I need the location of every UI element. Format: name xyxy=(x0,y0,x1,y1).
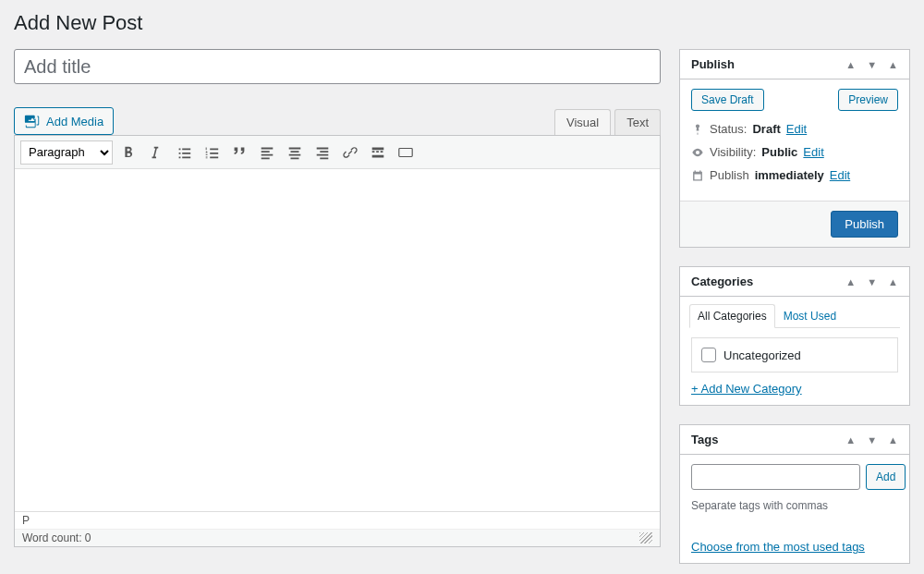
bold-button[interactable] xyxy=(116,140,140,165)
italic-icon xyxy=(148,144,164,161)
category-checkbox[interactable] xyxy=(701,348,716,362)
visibility-label: Visibility: xyxy=(710,145,756,159)
content-editor[interactable] xyxy=(15,169,660,511)
move-up-icon[interactable]: ▲ xyxy=(845,59,856,70)
align-right-icon xyxy=(314,144,331,161)
schedule-value: immediately xyxy=(755,168,824,182)
page-title: Add New Post xyxy=(14,11,910,35)
edit-status-link[interactable]: Edit xyxy=(786,122,807,136)
tab-text[interactable]: Text xyxy=(614,109,661,135)
quote-icon xyxy=(231,144,248,161)
editor-mode-tabs: Visual Text xyxy=(551,109,661,135)
move-up-icon[interactable]: ▲ xyxy=(845,276,856,287)
link-button[interactable] xyxy=(338,140,362,165)
categories-box: Categories ▲ ▼ ▲ All Categories Most Use… xyxy=(679,266,910,406)
move-up-icon[interactable]: ▲ xyxy=(845,434,856,446)
tab-most-used[interactable]: Most Used xyxy=(775,304,845,327)
tags-box-title: Tags xyxy=(691,433,718,446)
numbered-list-icon xyxy=(203,144,220,161)
camera-music-icon xyxy=(24,113,41,129)
link-icon xyxy=(342,144,359,161)
tags-box: Tags ▲ ▼ ▲ Add Separate tags with commas… xyxy=(679,424,910,564)
add-new-category-link[interactable]: + Add New Category xyxy=(691,382,802,396)
align-right-button[interactable] xyxy=(310,140,334,165)
keyboard-icon xyxy=(397,144,414,161)
numbered-list-button[interactable] xyxy=(200,140,224,165)
visibility-icon xyxy=(691,146,704,159)
read-more-icon xyxy=(370,144,386,161)
publish-box-title: Publish xyxy=(691,57,735,71)
move-down-icon[interactable]: ▼ xyxy=(867,276,877,287)
editor-toolbar: Paragraph xyxy=(15,136,660,169)
pin-icon xyxy=(691,123,704,136)
bold-icon xyxy=(120,144,137,161)
save-draft-button[interactable]: Save Draft xyxy=(691,89,764,111)
tag-input[interactable] xyxy=(691,464,860,490)
add-media-button[interactable]: Add Media xyxy=(14,107,114,135)
blockquote-button[interactable] xyxy=(227,140,251,165)
bullet-list-button[interactable] xyxy=(172,140,196,165)
category-item[interactable]: Uncategorized xyxy=(701,348,888,362)
status-value: Draft xyxy=(752,122,780,136)
toolbar-toggle-button[interactable] xyxy=(394,140,418,165)
toggle-panel-icon[interactable]: ▲ xyxy=(888,59,898,70)
tab-visual[interactable]: Visual xyxy=(554,109,611,135)
status-label: Status: xyxy=(710,122,747,136)
preview-button[interactable]: Preview xyxy=(838,89,898,111)
toggle-panel-icon[interactable]: ▲ xyxy=(888,434,898,446)
schedule-label: Publish xyxy=(710,168,749,182)
publish-box: Publish ▲ ▼ ▲ Save Draft Preview Status:… xyxy=(679,49,910,248)
move-down-icon[interactable]: ▼ xyxy=(867,434,877,446)
post-title-input[interactable] xyxy=(14,49,661,84)
align-center-button[interactable] xyxy=(283,140,307,165)
italic-button[interactable] xyxy=(144,140,168,165)
align-left-button[interactable] xyxy=(255,140,279,165)
insert-more-button[interactable] xyxy=(366,140,390,165)
publish-button[interactable]: Publish xyxy=(831,211,898,238)
visibility-value: Public xyxy=(761,145,797,159)
word-count: Word count: 0 xyxy=(22,531,91,544)
tags-hint: Separate tags with commas xyxy=(691,499,898,512)
format-select[interactable]: Paragraph xyxy=(20,140,113,165)
element-path: P xyxy=(15,512,660,530)
align-left-icon xyxy=(259,144,275,161)
resize-handle[interactable] xyxy=(639,532,652,543)
edit-schedule-link[interactable]: Edit xyxy=(830,168,850,182)
editor-container: Paragraph P Word count: 0 xyxy=(14,135,661,547)
toggle-panel-icon[interactable]: ▲ xyxy=(888,276,898,287)
categories-box-title: Categories xyxy=(691,275,753,288)
tab-all-categories[interactable]: All Categories xyxy=(689,304,775,328)
calendar-icon xyxy=(691,169,704,182)
bullet-list-icon xyxy=(176,144,192,161)
add-tag-button[interactable]: Add xyxy=(866,464,906,490)
edit-visibility-link[interactable]: Edit xyxy=(803,145,823,159)
move-down-icon[interactable]: ▼ xyxy=(867,59,877,70)
svg-rect-0 xyxy=(399,148,412,156)
align-center-icon xyxy=(286,144,303,161)
choose-tags-link[interactable]: Choose from the most used tags xyxy=(691,540,865,554)
